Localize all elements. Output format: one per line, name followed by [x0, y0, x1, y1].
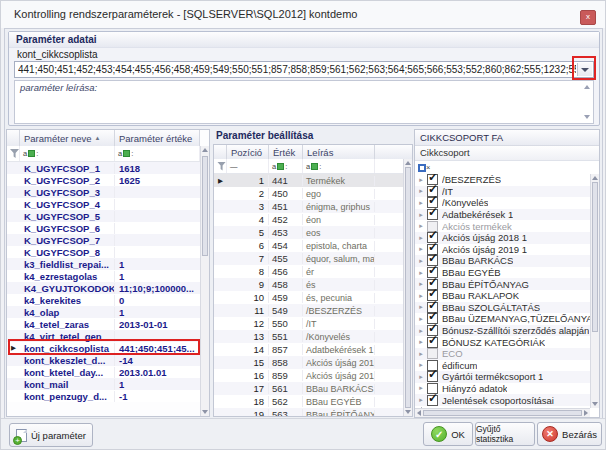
filter-pozicio-input[interactable]: — [227, 159, 269, 173]
expander-icon[interactable]: ▸ [415, 326, 427, 336]
table-row[interactable]: 14857Adatbekérések 1 [214, 343, 412, 356]
expander-icon[interactable]: ▸ [415, 360, 427, 370]
statistics-button[interactable]: Gyűjtő statisztika [475, 422, 535, 446]
tree-item[interactable]: ▸Akciós termékek [415, 220, 590, 232]
scroll-right-icon[interactable] [584, 410, 588, 416]
table-row[interactable]: K_UGYFCSOP_8 [7, 246, 209, 258]
tree-filter-input[interactable]: × [415, 161, 599, 175]
expander-icon[interactable]: ▸ [415, 395, 427, 405]
tree-item[interactable]: ▸✓BBau EGYÉB [415, 267, 590, 279]
new-parameter-button[interactable]: + Új paraméter [9, 423, 93, 447]
filter-value-input[interactable]: a: [115, 146, 200, 161]
expander-icon[interactable]: ▸ [415, 291, 427, 301]
expander-icon[interactable]: ▸ [415, 233, 427, 243]
expander-icon[interactable]: ▸ [415, 268, 427, 278]
tree-column-header[interactable]: Cikkcsoport [415, 146, 599, 161]
tree-item[interactable]: ▸✓BBau ÉPÍTŐANYAG [415, 278, 590, 290]
table-row[interactable]: 11549/BESZERZÉS [214, 304, 412, 317]
column-header-pozicio[interactable]: Pozíció [227, 145, 269, 159]
left-vertical-scrollbar[interactable] [200, 146, 209, 416]
table-row[interactable]: K_UGYFCSOP_6 [7, 222, 209, 234]
table-row[interactable]: kont_kkeszlet_d...-14 [7, 354, 209, 366]
column-header-name[interactable]: Paraméter neve ▲ [20, 130, 115, 146]
table-row[interactable]: 19563BBau ÉPÍTŐANYAG [214, 408, 412, 417]
scroll-down-icon[interactable] [202, 410, 208, 414]
description-textarea[interactable] [16, 94, 581, 122]
table-row[interactable]: ▶kont_cikkcsoplista441;450;451;45... [7, 342, 209, 354]
tree-horizontal-scrollbar[interactable] [415, 408, 590, 417]
checkbox[interactable]: ✓ [427, 337, 438, 348]
tree-item[interactable]: ▸✓BBau BARKÁCS [415, 255, 590, 267]
scrollbar-thumb[interactable] [423, 410, 582, 416]
scrollbar-thumb[interactable] [592, 182, 598, 332]
table-row[interactable]: K_UGYFCSOP_7 [7, 234, 209, 246]
scroll-up-icon[interactable] [592, 176, 598, 180]
tree-item[interactable]: ▸✓Bónusz-Szállítói szerződés alapján [415, 325, 590, 337]
table-row[interactable]: K_UGYFCSOP_11618 [7, 162, 209, 174]
scroll-down-icon[interactable] [584, 115, 590, 119]
expander-icon[interactable]: ▸ [415, 372, 427, 382]
table-row[interactable]: K_UGYFCSOP_21625 [7, 174, 209, 186]
table-row[interactable]: 5453eos [214, 226, 412, 239]
table-row[interactable]: k4_olap1 [7, 306, 209, 318]
filter-ertek-input[interactable]: a: [269, 159, 303, 173]
table-row[interactable]: 4452éon [214, 213, 412, 226]
table-row[interactable]: 18562BBau EGYÉB [214, 395, 412, 408]
table-row[interactable]: 2450ego [214, 187, 412, 200]
tree-item[interactable]: ▸✓Adatbekérések 1 [415, 209, 590, 221]
table-row[interactable]: 13551/Könyvelés [214, 330, 412, 343]
scroll-up-icon[interactable] [584, 85, 590, 89]
table-row[interactable]: 16859Akciós újság 2019 1 [214, 369, 412, 382]
scroll-down-icon[interactable] [405, 410, 411, 414]
tree-item[interactable]: ▸✓BÓNUSZ KATEGÓRIÁK [415, 336, 590, 348]
expander-icon[interactable]: ▸ [415, 337, 427, 347]
scrollbar-thumb[interactable] [202, 156, 208, 256]
tree-item[interactable]: ▸✓Akciós újság 2018 1 [415, 232, 590, 244]
tree-item[interactable]: ▸✓BBau ÜZEMANYAG,TÜZELŐANYAG [415, 313, 590, 325]
param-value-combo[interactable]: 441;450;451;452;453;454;455;456;458;459;… [14, 61, 594, 78]
table-row[interactable]: K_UGYFCSOP_3 [7, 186, 209, 198]
close-dialog-button[interactable]: ✕ Bezárás [537, 422, 602, 446]
middle-vertical-scrollbar[interactable] [403, 159, 412, 416]
table-row[interactable]: K4_GYUJTOKODOK11;10;9;100000... [7, 282, 209, 294]
tree-vertical-scrollbar[interactable] [590, 174, 599, 408]
expander-icon[interactable]: ▸ [415, 302, 427, 312]
scroll-down-icon[interactable] [592, 402, 598, 406]
column-header-leiras[interactable]: Leírás [303, 145, 375, 159]
tree-item[interactable]: ▸édificum [415, 360, 590, 372]
scroll-up-icon[interactable] [405, 161, 411, 165]
tree-item[interactable]: ▸✓Gyártói termékcsoport 1 [415, 371, 590, 383]
table-row[interactable]: 15858Akciós újság 2018 1 [214, 356, 412, 369]
table-row[interactable]: k3_fieldlist_repai...1 [7, 258, 209, 270]
tree-item[interactable]: ▸✓/BESZERZÉS [415, 174, 590, 186]
table-row[interactable]: 6454epistola, charta [214, 239, 412, 252]
expander-icon[interactable]: ▸ [415, 256, 427, 266]
table-row[interactable]: K_UGYFCSOP_4 [7, 198, 209, 210]
tree-item[interactable]: ▸Hiányzó adatok [415, 383, 590, 395]
scroll-up-icon[interactable] [202, 148, 208, 152]
table-row[interactable]: k4_tetel_zaras2013-01-01 [7, 318, 209, 330]
expander-icon[interactable]: ▸ [415, 221, 427, 231]
table-row[interactable]: k4_ezrestagolas1 [7, 270, 209, 282]
expander-icon[interactable]: ▸ [415, 279, 427, 289]
expander-icon[interactable]: ▸ [415, 198, 427, 208]
table-row[interactable]: 8456ér [214, 265, 412, 278]
tree-item[interactable]: ▸✓BBau SZOLGÁLTATÁS [415, 302, 590, 314]
tree-item[interactable]: ▸✓/Könyvelés [415, 197, 590, 209]
close-icon[interactable]: x [580, 10, 596, 25]
tree-item[interactable]: ▸✓Jelentések csoportosításai [415, 394, 590, 406]
tree-item[interactable]: ▸ECO [415, 348, 590, 360]
ok-button[interactable]: ✓ OK [423, 422, 473, 446]
table-row[interactable]: ▶1441Termékek [214, 174, 412, 187]
scrollbar-thumb[interactable] [405, 167, 411, 408]
column-header-ertek[interactable]: Érték [269, 145, 303, 159]
table-row[interactable]: 9458és [214, 278, 412, 291]
dropdown-button[interactable] [577, 63, 592, 76]
table-row[interactable]: 3451énigma, griphus [214, 200, 412, 213]
expander-icon[interactable]: ▸ [415, 210, 427, 220]
checkbox[interactable]: ✓ [427, 209, 438, 220]
table-row[interactable]: 10459és, pecunia [214, 291, 412, 304]
table-row[interactable]: 12550/IT [214, 317, 412, 330]
filter-name-input[interactable]: a: [20, 146, 115, 161]
tree-item[interactable]: ▸✓Akciós újság 2019 1 [415, 244, 590, 256]
